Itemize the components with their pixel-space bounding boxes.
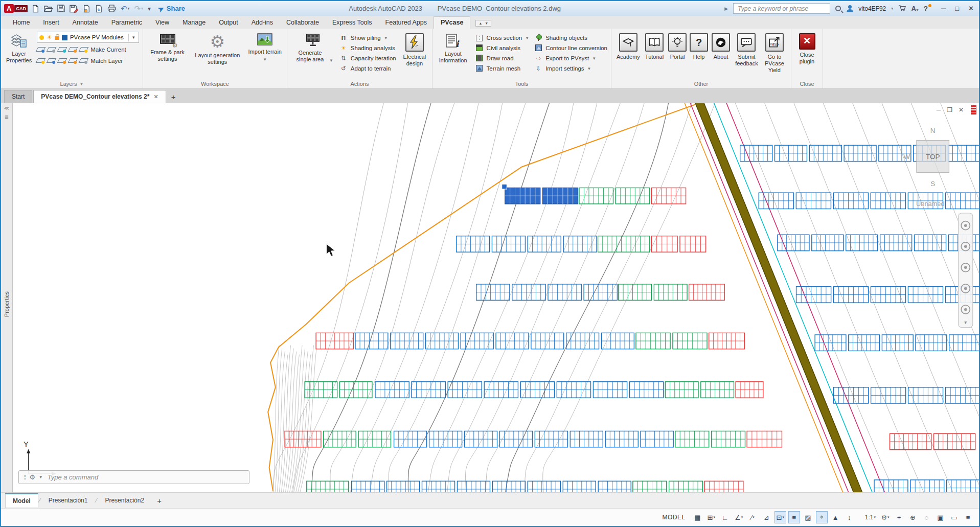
pv-table[interactable] [815, 335, 846, 351]
pv-table[interactable] [305, 382, 337, 398]
pv-table[interactable] [654, 284, 687, 300]
search-icon[interactable] [835, 6, 841, 11]
pv-table[interactable] [945, 387, 979, 403]
layout-tab-presentaci-n2[interactable]: Presentación2 [98, 494, 151, 507]
layer-thaw-all-icon[interactable] [57, 58, 67, 63]
menu-tab-insert[interactable]: Insert [36, 17, 65, 29]
pv-table[interactable] [457, 481, 490, 492]
pv-table[interactable] [675, 431, 709, 447]
close-plugin-button[interactable]: ✕ Close plugin [795, 32, 819, 66]
publish-icon[interactable] [95, 5, 103, 13]
pv-table[interactable] [285, 431, 321, 447]
pv-table[interactable] [833, 193, 868, 209]
properties-palette-collapsed[interactable]: ≪ ≣ Properties [1, 103, 13, 492]
layer-properties-button[interactable]: Layer Properties [5, 32, 33, 65]
layout-information-button[interactable]: i Layout information [436, 32, 470, 65]
pv-table[interactable] [598, 481, 631, 492]
draw-road-button[interactable]: Draw road [475, 53, 530, 63]
command-caret-icon[interactable]: ▼ [39, 475, 43, 479]
match-layer-icon[interactable] [79, 58, 89, 63]
submit-feedback-button[interactable]: Submit feedback [734, 32, 760, 68]
status-lineweight-icon[interactable]: ≡ [788, 511, 800, 523]
portal-button[interactable]: Portal [667, 32, 688, 62]
terrain-mesh-button[interactable]: Terrain mesh [475, 63, 530, 74]
plot-icon[interactable] [83, 5, 90, 13]
pv-table[interactable] [669, 481, 703, 492]
pv-table[interactable] [880, 235, 912, 250]
command-grip-icon[interactable]: ⁞⁞ [24, 474, 26, 480]
pv-table[interactable] [874, 480, 908, 492]
pv-table[interactable] [484, 382, 518, 398]
pv-table[interactable] [871, 387, 906, 403]
maximize-button[interactable]: □ [955, 5, 959, 12]
file-tab-current-drawing[interactable]: PVcase DEMO_Contour elevations 2* ✕ [33, 90, 166, 103]
status-autoscale-icon[interactable]: ↕ [844, 511, 855, 523]
import-settings-button[interactable]: ⇩ Import settings ▼ [534, 63, 607, 74]
pv-table[interactable] [461, 333, 493, 349]
layer-isolate-icon[interactable] [47, 47, 57, 52]
new-drawing-tab-button[interactable]: + [167, 91, 180, 103]
capacity-iteration-button[interactable]: ⇅ Capacity iteration [339, 53, 396, 63]
pv-table[interactable] [849, 335, 880, 351]
pv-table[interactable] [496, 333, 529, 349]
save-icon[interactable] [57, 5, 65, 12]
pv-table[interactable] [844, 145, 876, 161]
status-polar-tracking-icon[interactable]: ∠▾ [733, 511, 745, 523]
pv-table[interactable] [464, 431, 497, 447]
pv-table[interactable] [355, 333, 388, 349]
pv-table[interactable] [616, 188, 649, 203]
pv-table[interactable] [391, 333, 423, 349]
layer-off-icon[interactable] [36, 47, 46, 52]
menu-tab-home[interactable]: Home [6, 17, 36, 29]
canvas-corner-red-icon[interactable] [971, 105, 976, 114]
user-avatar-icon[interactable] [846, 5, 853, 12]
site-boundary[interactable] [268, 104, 695, 491]
layout-generation-settings-button[interactable]: ⚙ Layout generation settings [193, 32, 242, 67]
pv-table[interactable] [673, 333, 707, 349]
pv-table[interactable] [422, 481, 455, 492]
username[interactable]: vito4EF92 [858, 5, 886, 12]
pv-table[interactable] [528, 481, 560, 492]
pv-table[interactable] [947, 480, 979, 492]
status-clean-screen-icon[interactable]: ▭ [948, 511, 960, 523]
pv-table[interactable] [736, 382, 763, 398]
export-to-pvsyst-button[interactable]: ⇨ Export to PVsyst ▼ [534, 53, 607, 63]
pv-table[interactable] [457, 236, 490, 252]
drawing-restore-icon[interactable]: ❐ [947, 106, 952, 113]
share-button[interactable]: ➤ Share [158, 5, 185, 13]
status-isolate-objects-icon[interactable]: ◌ [921, 511, 932, 523]
status-isodraft-icon[interactable]: ∕▾ [747, 511, 759, 523]
menu-tab-annotate[interactable]: Annotate [66, 17, 105, 29]
pv-table[interactable] [520, 382, 554, 398]
layers-panel-label[interactable]: Layers ▼ [1, 79, 143, 88]
pv-table[interactable] [324, 431, 356, 447]
pv-table[interactable] [934, 433, 975, 449]
layer-dropdown[interactable]: ☀ PVcase PV Modules ▼ [37, 32, 139, 43]
tutorial-button[interactable]: Tutorial [644, 32, 665, 62]
pv-table[interactable] [908, 287, 943, 303]
redo-icon[interactable]: ↷▾ [134, 5, 143, 12]
pv-table[interactable] [601, 333, 634, 349]
menu-tab-manage[interactable]: Manage [176, 17, 212, 29]
pv-table[interactable] [871, 287, 905, 303]
pv-table[interactable] [701, 382, 734, 398]
generate-single-area-button[interactable]: Generate single area▼ [291, 32, 335, 64]
frame-park-settings-button[interactable]: ⚙ Frame & park settings [147, 32, 188, 64]
cross-section-button[interactable]: ⋮ Cross section ▼ [475, 33, 530, 43]
status-grid-icon[interactable]: ▦ [692, 511, 703, 523]
new-layout-button[interactable]: + [152, 496, 166, 505]
search-expander-icon[interactable]: ▶ [724, 6, 728, 11]
pv-table[interactable] [593, 382, 627, 398]
file-tab-start[interactable]: Start [4, 90, 32, 103]
import-terrain-button[interactable]: Import terrain ▼ [247, 32, 283, 64]
pv-table[interactable] [633, 481, 667, 492]
pv-table[interactable] [448, 382, 482, 398]
pv-table[interactable] [563, 236, 597, 252]
pv-table[interactable] [531, 333, 564, 349]
palette-autohide-icon[interactable]: ≪ [4, 105, 9, 111]
pv-table[interactable] [629, 382, 663, 398]
pv-table[interactable] [636, 333, 670, 349]
menu-tab-pvcase[interactable]: PVcase [434, 16, 470, 29]
menu-tab-collaborate[interactable]: Collaborate [280, 17, 326, 29]
viewcube[interactable]: TOPNWS [903, 127, 949, 188]
